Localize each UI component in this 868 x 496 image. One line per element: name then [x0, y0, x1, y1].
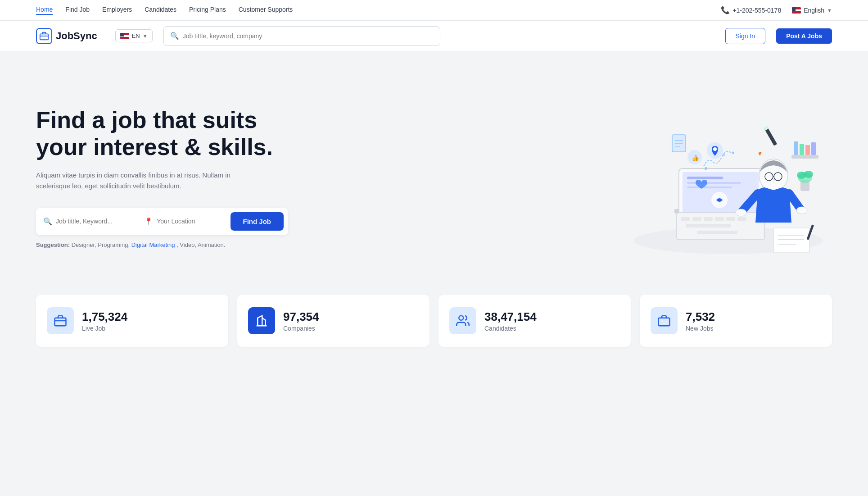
hero-location-field[interactable]: 📍: [137, 215, 230, 228]
hero-suggestion: Suggestion: Designer, Programing, Digita…: [36, 241, 288, 248]
hero-location-input[interactable]: [157, 218, 223, 225]
svg-rect-17: [737, 217, 746, 221]
svg-point-51: [705, 167, 707, 170]
topbar-phone: 📞 +1-202-555-0178: [721, 6, 781, 14]
suggestion-text: Designer, Programing,: [72, 241, 131, 248]
companies-icon: [248, 307, 275, 334]
hero-keyword-input[interactable]: [56, 218, 122, 225]
hero-illustration: 👍: [625, 92, 832, 263]
find-job-button[interactable]: Find Job: [231, 212, 284, 231]
suggestion-link[interactable]: Digital Marketing: [131, 241, 175, 248]
stat-candidates: 38,47,154 Candidates: [439, 295, 631, 347]
svg-rect-19: [697, 231, 737, 234]
svg-rect-14: [704, 217, 713, 221]
logo-text: JobSync: [56, 30, 97, 42]
location-pin-icon: 📍: [144, 217, 153, 226]
topbar: Home Find Job Employers Candidates Prici…: [0, 0, 868, 21]
flag-icon-nav: [120, 33, 129, 39]
svg-marker-35: [758, 152, 762, 156]
hero-content: Find a job that suits your interest & sk…: [36, 107, 288, 248]
svg-rect-58: [659, 318, 670, 326]
nav-employers[interactable]: Employers: [102, 6, 132, 15]
companies-label: Companies: [283, 325, 319, 332]
suggestion-tail: , Video, Animation.: [176, 241, 225, 248]
svg-rect-54: [55, 318, 66, 326]
companies-info: 97,354 Companies: [283, 310, 319, 332]
candidates-info: 38,47,154 Candidates: [484, 310, 537, 332]
svg-point-45: [804, 171, 813, 178]
topbar-language[interactable]: English ▼: [792, 7, 832, 14]
language-label: English: [804, 7, 824, 14]
live-job-info: 1,75,324 Live Job: [82, 310, 127, 332]
phone-number: +1-202-555-0178: [732, 7, 781, 14]
hero-illustration-container: 👍: [625, 92, 832, 263]
svg-point-25: [796, 207, 807, 214]
nav-pricing[interactable]: Pricing Plans: [189, 6, 226, 15]
companies-count: 97,354: [283, 310, 319, 324]
new-jobs-info: 7,532 New Jobs: [686, 310, 715, 332]
post-jobs-button[interactable]: Post A Jobs: [776, 28, 832, 44]
svg-rect-7: [687, 177, 723, 179]
svg-rect-9: [687, 187, 732, 188]
lang-chevron-icon: ▼: [143, 33, 148, 39]
svg-rect-15: [715, 217, 724, 221]
stat-companies: 97,354 Companies: [237, 295, 429, 347]
svg-rect-46: [773, 228, 809, 253]
hero-title: Find a job that suits your interest & sk…: [36, 107, 288, 161]
live-job-count: 1,75,324: [82, 310, 127, 324]
svg-point-53: [732, 152, 734, 154]
nav-find-job[interactable]: Find Job: [65, 6, 90, 15]
candidates-count: 38,47,154: [484, 310, 537, 324]
stat-live-job: 1,75,324 Live Job: [36, 295, 228, 347]
svg-point-52: [723, 154, 725, 156]
hero-subtitle: Aliquam vitae turpis in diam convallis f…: [36, 170, 252, 191]
new-jobs-label: New Jobs: [686, 325, 715, 332]
logo-icon: [36, 28, 52, 44]
svg-point-27: [713, 147, 717, 151]
phone-icon: 📞: [721, 6, 730, 14]
svg-rect-39: [800, 144, 804, 155]
hero-search-icon: 🔍: [43, 217, 52, 226]
svg-rect-37: [791, 155, 818, 159]
hero-keyword-field[interactable]: 🔍: [43, 215, 129, 228]
svg-point-57: [459, 316, 463, 320]
hero-search-bar: 🔍 📍 Find Job: [36, 208, 288, 235]
nav-support[interactable]: Customer Supports: [239, 6, 293, 15]
svg-rect-38: [794, 141, 798, 155]
chevron-down-icon: ▼: [827, 8, 832, 13]
stats-section: 1,75,324 Live Job 97,354 Companies: [0, 286, 868, 374]
signin-button[interactable]: Sign In: [725, 28, 766, 44]
live-job-label: Live Job: [82, 325, 127, 332]
suggestion-prefix: Suggestion:: [36, 241, 70, 248]
svg-rect-13: [692, 217, 701, 221]
language-selector[interactable]: EN ▼: [115, 29, 153, 42]
svg-rect-0: [40, 34, 48, 40]
svg-rect-16: [726, 217, 735, 221]
new-jobs-icon: [651, 307, 678, 334]
search-icon: 🔍: [170, 32, 179, 40]
svg-rect-18: [686, 224, 731, 228]
mainnav: JobSync EN ▼ 🔍 Sign In Post A Jobs: [0, 21, 868, 51]
search-divider: [133, 215, 133, 228]
new-jobs-count: 7,532: [686, 310, 715, 324]
hero-section: Find a job that suits your interest & sk…: [0, 51, 868, 286]
flag-us-icon: [792, 7, 801, 14]
briefcase-logo-icon: [39, 31, 49, 41]
topbar-nav: Home Find Job Employers Candidates Prici…: [36, 6, 293, 15]
live-job-icon: [47, 307, 74, 334]
svg-text:👍: 👍: [692, 154, 700, 162]
svg-rect-8: [687, 182, 741, 184]
candidates-label: Candidates: [484, 325, 537, 332]
lang-code-label: EN: [132, 32, 140, 39]
svg-rect-12: [681, 217, 690, 221]
svg-rect-41: [811, 142, 816, 155]
nav-candidates[interactable]: Candidates: [145, 6, 176, 15]
main-search-bar[interactable]: 🔍: [163, 26, 440, 46]
svg-rect-30: [672, 135, 686, 152]
logo[interactable]: JobSync: [36, 28, 97, 44]
stat-new-jobs: 7,532 New Jobs: [640, 295, 832, 347]
main-search-input[interactable]: [183, 32, 434, 40]
candidates-icon: [449, 307, 476, 334]
nav-home[interactable]: Home: [36, 6, 53, 15]
svg-rect-40: [805, 145, 810, 155]
